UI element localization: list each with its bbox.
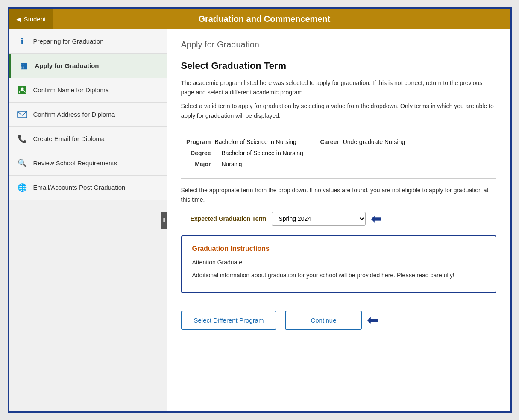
sidebar-item-apply[interactable]: ▦ Apply for Graduation (9, 54, 167, 78)
description-1: The academic program listed here was sel… (181, 78, 496, 97)
instructions-line1: Attention Graduate! (192, 258, 485, 267)
dropdown-arrow-indicator: ⬅ (371, 211, 382, 227)
term-description: Select the appropriate term from the dro… (181, 185, 496, 205)
term-label: Expected Graduation Term (181, 215, 267, 222)
button-divider (181, 302, 496, 302)
continue-button[interactable]: Continue (285, 311, 362, 330)
content-section-title: Select Graduation Term (181, 60, 496, 71)
header: ◀ Student Graduation and Commencement (9, 9, 510, 29)
sidebar-item-confirm-name[interactable]: Confirm Name for Diploma (9, 78, 167, 103)
sidebar-item-preparing[interactable]: ℹ Preparing for Graduation (9, 29, 167, 54)
major-label: Major (181, 161, 211, 167)
back-label: Student (24, 15, 46, 23)
sidebar: ℹ Preparing for Graduation ▦ Apply for G… (9, 29, 167, 411)
svg-rect-2 (18, 111, 27, 118)
degree-label: Degree (181, 150, 211, 156)
buttons-row: Select Different Program Continue ⬅ (181, 311, 496, 330)
side-collapse-tab[interactable]: II (161, 212, 167, 229)
continue-arrow-indicator: ⬅ (367, 312, 378, 328)
select-different-program-button[interactable]: Select Different Program (181, 311, 277, 330)
back-button[interactable]: ◀ Student (9, 9, 53, 29)
graduation-term-select[interactable]: Spring 2024 Fall 2024 Spring 2025 (272, 212, 366, 226)
sidebar-label-email-accounts: Email/Accounts Post Graduation (33, 184, 126, 191)
magnify-icon: 🔍 (16, 157, 28, 169)
instructions-box: Graduation Instructions Attention Gradua… (181, 235, 496, 293)
sidebar-label-create-email: Create Email for Diploma (33, 135, 105, 142)
instructions-title: Graduation Instructions (192, 245, 485, 253)
sidebar-label-confirm-name: Confirm Name for Diploma (33, 86, 109, 94)
program-label: Program (181, 138, 211, 145)
term-row: Expected Graduation Term Spring 2024 Fal… (181, 211, 496, 227)
main-layout: ℹ Preparing for Graduation ▦ Apply for G… (9, 29, 510, 411)
apply-icon: ▦ (18, 60, 30, 72)
sidebar-label-confirm-address: Confirm Address for Diploma (33, 111, 115, 118)
major-row: Major Nursing (181, 160, 496, 168)
phone-icon: 📞 (16, 133, 28, 145)
person-icon (16, 84, 28, 96)
term-section: Select the appropriate term from the dro… (181, 185, 496, 227)
page-header-title: Graduation and Commencement (53, 14, 510, 24)
instructions-line2: Additional information about graduation … (192, 270, 485, 280)
program-value: Bachelor of Science in Nursing (214, 138, 296, 145)
sidebar-item-confirm-address[interactable]: Confirm Address for Diploma (9, 103, 167, 127)
sidebar-label-preparing: Preparing for Graduation (33, 38, 104, 45)
globe-icon: 🌐 (16, 182, 28, 194)
sidebar-item-create-email[interactable]: 📞 Create Email for Diploma (9, 127, 167, 151)
sidebar-label-review-school: Review School Requirements (33, 159, 117, 167)
continue-button-container: Continue ⬅ (285, 311, 378, 330)
degree-value: Bachelor of Science in Nursing (221, 150, 303, 156)
envelope-icon (16, 109, 28, 120)
career-value: Undergraduate Nursing (343, 138, 405, 145)
program-top-row: Program Bachelor of Science in Nursing C… (181, 138, 496, 146)
career-label: Career (314, 138, 339, 145)
description-2: Select a valid term to apply for graduat… (181, 101, 496, 120)
sidebar-item-review-school[interactable]: 🔍 Review School Requirements (9, 151, 167, 176)
sidebar-item-email-accounts[interactable]: 🌐 Email/Accounts Post Graduation (9, 176, 167, 200)
program-info: Program Bachelor of Science in Nursing C… (181, 131, 496, 179)
page-container: ◀ Student Graduation and Commencement ℹ … (8, 7, 512, 413)
back-arrow-icon: ◀ (16, 15, 21, 23)
sidebar-label-apply: Apply for Graduation (35, 62, 99, 69)
major-value: Nursing (221, 161, 242, 167)
info-icon: ℹ (16, 35, 28, 47)
content-page-title: Apply for Graduation (181, 40, 496, 53)
degree-row: Degree Bachelor of Science in Nursing (181, 149, 496, 157)
content-area: II Apply for Graduation Select Graduatio… (167, 29, 510, 411)
